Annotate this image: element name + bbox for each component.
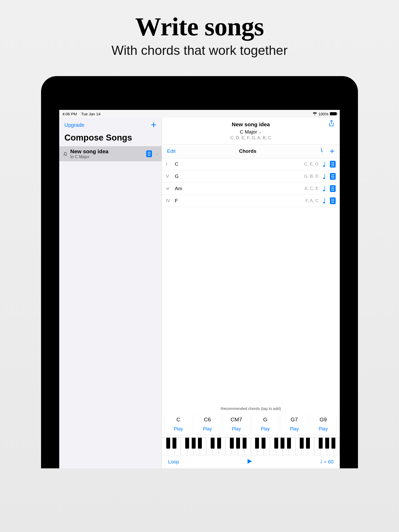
black-key[interactable] — [192, 438, 196, 449]
chord-row[interactable]: IV F F, A, C — [162, 195, 340, 207]
chord-chip[interactable]: C6 Play — [194, 413, 221, 435]
black-key[interactable] — [166, 438, 170, 449]
song-title: New song idea — [167, 121, 335, 128]
rest-icon[interactable] — [320, 147, 324, 155]
chip-name: G9 — [311, 416, 336, 423]
hero-title: Write songs — [111, 12, 288, 42]
black-key[interactable] — [319, 438, 323, 449]
black-key[interactable] — [281, 438, 284, 449]
chevron-down-icon: ⌄ — [259, 130, 262, 134]
black-key[interactable] — [255, 438, 259, 449]
drag-handle-icon[interactable] — [330, 185, 336, 192]
chord-row[interactable]: V G G, B, D — [162, 170, 340, 183]
status-bar: 4:06 PM Tue Jan 14 100% — [59, 110, 340, 118]
song-item-subtitle: In C Major — [70, 155, 143, 159]
black-key[interactable] — [331, 438, 335, 449]
chord-name: Am — [175, 186, 302, 191]
piano-keyboard[interactable] — [162, 437, 340, 455]
quarter-note-icon[interactable] — [322, 161, 326, 167]
tempo-control[interactable]: = 60 — [320, 459, 334, 465]
quarter-note-icon[interactable] — [322, 173, 326, 179]
chords-header: Chords — [176, 148, 320, 154]
chord-notes: C, E, G — [304, 162, 318, 167]
chord-name: G — [175, 174, 301, 179]
scale-notes: C, D, E, F, G, A, B, C — [167, 135, 335, 141]
black-key[interactable] — [211, 438, 215, 449]
chord-degree: vi — [166, 186, 172, 191]
drag-handle-icon[interactable] — [330, 197, 336, 204]
edit-button[interactable]: Edit — [167, 148, 176, 154]
chip-play-button[interactable]: Play — [253, 426, 278, 432]
quarter-note-icon — [320, 459, 323, 465]
chord-row[interactable]: I C C, E, G — [162, 158, 340, 170]
black-key[interactable] — [262, 438, 265, 449]
play-button[interactable] — [179, 458, 320, 465]
chord-notes: F, A, C — [305, 198, 318, 203]
black-key[interactable] — [287, 438, 291, 449]
device-frame: 4:06 PM Tue Jan 14 100% Upgrade + Compos… — [41, 76, 358, 468]
chip-name: C6 — [195, 416, 220, 423]
status-time: 4:06 PM — [62, 112, 77, 116]
black-key[interactable] — [300, 438, 304, 449]
chevron-right-icon: › — [155, 151, 158, 157]
black-key[interactable] — [185, 438, 189, 449]
wifi-icon — [313, 112, 317, 115]
chord-name: C — [175, 161, 301, 167]
drag-handle-icon[interactable] — [330, 161, 336, 168]
chord-chip[interactable]: G9 Play — [310, 413, 337, 435]
drag-handle-icon[interactable] — [330, 173, 336, 180]
battery-icon — [330, 112, 337, 115]
black-key[interactable] — [172, 438, 176, 449]
chord-notes: G, B, D — [304, 174, 318, 179]
black-key[interactable] — [230, 438, 234, 449]
chord-notes: A, C, E — [304, 186, 318, 191]
status-date: Tue Jan 14 — [81, 112, 101, 116]
black-key[interactable] — [236, 438, 240, 449]
chord-degree: IV — [166, 198, 172, 203]
add-chord-button[interactable]: + — [330, 147, 335, 155]
chord-chip[interactable]: C Play — [165, 413, 192, 435]
upgrade-button[interactable]: Upgrade — [64, 122, 84, 128]
share-button[interactable] — [328, 120, 335, 128]
loop-button[interactable]: Loop — [168, 459, 179, 465]
chord-degree: I — [166, 162, 172, 167]
quarter-note-icon[interactable] — [322, 198, 326, 204]
black-key[interactable] — [325, 438, 329, 449]
chord-row[interactable]: vi Am A, C, E — [162, 183, 340, 195]
hero-subtitle: With chords that work together — [111, 43, 288, 58]
chip-play-button[interactable]: Play — [195, 426, 220, 432]
sidebar: Upgrade + Compose Songs ♫ New song idea … — [59, 118, 162, 468]
chip-play-button[interactable]: Play — [224, 426, 249, 432]
chord-degree: V — [166, 174, 172, 179]
black-key[interactable] — [217, 438, 221, 449]
chord-list: I C C, E, G V G G, B, D vi — [162, 158, 340, 207]
music-note-icon: ♫ — [63, 150, 67, 157]
song-item-title: New song idea — [70, 148, 143, 155]
chip-name: CM7 — [224, 416, 249, 423]
battery-pct: 100% — [318, 112, 328, 116]
drag-handle-icon[interactable] — [146, 150, 152, 157]
chord-name: F — [175, 198, 303, 204]
chord-chip[interactable]: G Play — [252, 413, 279, 435]
chip-name: C — [166, 416, 191, 423]
sidebar-title: Compose Songs — [59, 132, 162, 146]
chord-chip[interactable]: CM7 Play — [223, 413, 250, 435]
song-list-item[interactable]: ♫ New song idea In C Major › — [59, 146, 162, 161]
chip-play-button[interactable]: Play — [166, 426, 191, 432]
chip-play-button[interactable]: Play — [311, 426, 336, 432]
quarter-note-icon[interactable] — [322, 185, 326, 192]
black-key[interactable] — [243, 438, 247, 449]
recommended-label: Recommended chords (tap to add) — [162, 405, 340, 412]
black-key[interactable] — [198, 438, 202, 449]
black-key[interactable] — [274, 438, 278, 449]
black-key[interactable] — [306, 438, 310, 449]
chip-name: G — [253, 416, 278, 423]
recommended-chips: C Play C6 Play CM7 Play G Play — [162, 412, 340, 437]
chord-chip[interactable]: G7 Play — [281, 413, 308, 435]
add-song-button[interactable]: + — [151, 120, 156, 130]
chip-play-button[interactable]: Play — [282, 426, 307, 432]
key-selector[interactable]: C Major ⌄ — [240, 129, 262, 135]
chip-name: G7 — [282, 416, 307, 423]
